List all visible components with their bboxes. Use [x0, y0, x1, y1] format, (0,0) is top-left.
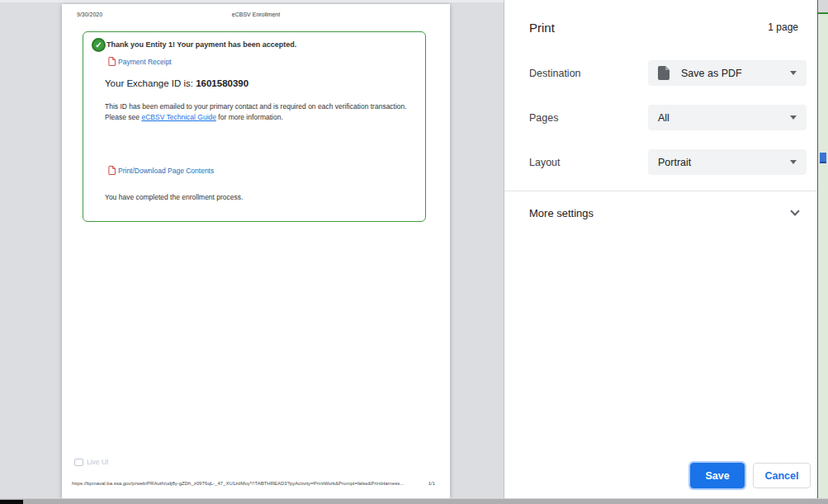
underlying-page-edge	[817, 0, 828, 498]
destination-dropdown[interactable]: Save as PDF	[648, 60, 807, 86]
payment-receipt-link: Payment Receipt	[118, 58, 172, 66]
print-settings-panel: Print 1 page Destination Save as PDF Pag…	[504, 0, 817, 498]
info-text-after: for more information.	[216, 113, 283, 121]
pages-row: Pages All	[529, 105, 807, 130]
payment-receipt-row: Payment Receipt	[108, 57, 172, 66]
preview-page-indicator: 1/1	[428, 481, 435, 486]
pdf-document-icon	[658, 66, 669, 80]
cancel-button[interactable]: Cancel	[753, 463, 811, 488]
pages-dropdown[interactable]: All	[648, 105, 807, 130]
check-circle-icon: ✓	[92, 38, 106, 52]
underlying-page-edge-top	[818, 0, 828, 14]
print-download-link: Print/Download Page Contents	[118, 167, 214, 175]
exchange-id-value: 1601580390	[196, 78, 248, 88]
panel-divider	[504, 191, 817, 191]
panel-title: Print	[529, 21, 555, 35]
pages-value: All	[658, 112, 790, 124]
print-dialog-screen: 9/30/2020 eCBSV Enrollment ✓ Thank you E…	[0, 0, 828, 504]
chevron-down-icon	[790, 206, 799, 215]
preview-footer: https://bpmaval.ba.ssa.gov/prweb/PRAuth/…	[72, 481, 435, 486]
exchange-id-line: Your Exchange ID is: 1601580390	[105, 78, 248, 88]
chevron-down-icon	[790, 160, 797, 164]
window-bottom-edge	[0, 498, 828, 504]
layout-label: Layout	[529, 157, 648, 168]
preview-top-edge	[0, 0, 504, 2]
exchange-id-label: Your Exchange ID is:	[105, 78, 196, 88]
layout-value: Portrait	[658, 157, 790, 168]
destination-row: Destination Save as PDF	[529, 60, 807, 86]
layout-row: Layout Portrait	[529, 149, 807, 175]
panel-header: Print 1 page	[529, 18, 798, 36]
technical-guide-link: eCBSV Technical Guide	[141, 113, 216, 121]
layout-dropdown[interactable]: Portrait	[648, 149, 807, 175]
destination-label: Destination	[529, 68, 648, 79]
live-ui-label: Live UI	[87, 458, 108, 466]
print-download-row: Print/Download Page Contents	[108, 166, 214, 175]
preview-footer-url: https://bpmaval.ba.ssa.gov/prweb/PRAuth/…	[72, 481, 404, 486]
info-paragraph: This ID has been emailed to your primary…	[105, 101, 414, 123]
chevron-down-icon	[790, 71, 797, 75]
thank-you-message: Thank you Entity 1! Your payment has bee…	[106, 40, 296, 49]
pages-label: Pages	[529, 112, 648, 124]
live-ui-toggle: Live UI	[74, 458, 108, 466]
completion-message: You have completed the enrollment proces…	[105, 193, 243, 201]
page-count: 1 page	[768, 21, 798, 33]
preview-page: 9/30/2020 eCBSV Enrollment ✓ Thank you E…	[62, 4, 450, 498]
destination-value: Save as PDF	[681, 68, 790, 79]
preview-document-title: eCBSV Enrollment	[62, 12, 450, 17]
print-preview-area: 9/30/2020 eCBSV Enrollment ✓ Thank you E…	[0, 0, 504, 498]
chevron-down-icon	[790, 115, 797, 120]
taskbar-fragment	[0, 500, 23, 504]
save-button[interactable]: Save	[690, 463, 745, 488]
underlying-page-link-fragment	[820, 153, 826, 163]
success-box: ✓ Thank you Entity 1! Your payment has b…	[83, 31, 426, 222]
live-ui-icon	[74, 459, 83, 466]
pdf-file-icon	[108, 57, 116, 66]
more-settings-toggle[interactable]: More settings	[529, 202, 798, 224]
pdf-file-icon	[108, 166, 116, 175]
more-settings-label: More settings	[529, 207, 594, 219]
